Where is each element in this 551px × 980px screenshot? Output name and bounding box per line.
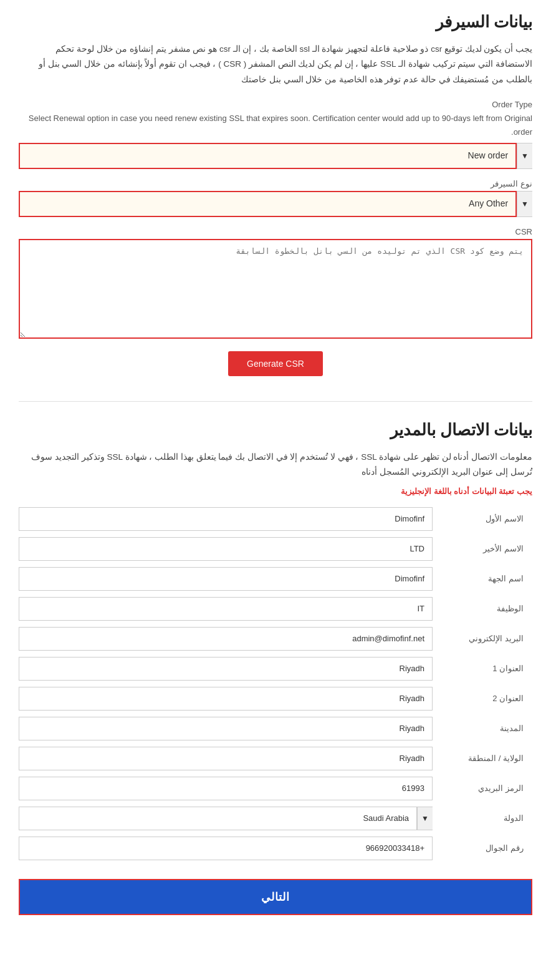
server-section-description: يجب أن يكون لديك توقيع csr ذو صلاحية فاع… bbox=[19, 42, 532, 87]
form-field-input[interactable] bbox=[19, 507, 433, 531]
form-field-label: الوظيفة bbox=[433, 604, 532, 613]
form-field-input[interactable] bbox=[19, 687, 433, 711]
form-row: البريد الإلكتروني bbox=[19, 627, 532, 651]
order-type-label: Order Type bbox=[19, 100, 532, 109]
form-row: الوظيفة bbox=[19, 597, 532, 621]
country-arrow-icon[interactable]: ▼ bbox=[417, 807, 433, 830]
form-row: اسم الجهة bbox=[19, 567, 532, 591]
form-row: الرمز البريدي bbox=[19, 777, 532, 800]
contact-section-description: معلومات الاتصال أدناه لن تظهر على شهادة … bbox=[19, 450, 532, 480]
order-type-arrow-icon[interactable]: ▼ bbox=[517, 143, 532, 169]
country-select[interactable]: Saudi Arabia bbox=[19, 807, 417, 830]
generate-btn-wrapper: Generate CSR bbox=[19, 351, 532, 376]
must-fill-notice: يجب تعبئة البيانات أدناه باللغة الإنجليز… bbox=[19, 487, 532, 496]
form-field-label: الاسم الأول bbox=[433, 514, 532, 523]
form-field-label: الرمز البريدي bbox=[433, 784, 532, 793]
form-field-label: رقم الجوال bbox=[433, 843, 532, 853]
form-row: الاسم الأول bbox=[19, 507, 532, 531]
form-row: الدولة▼Saudi Arabia bbox=[19, 807, 532, 830]
server-type-label: نوع السيرفر bbox=[19, 179, 532, 188]
csr-label: CSR bbox=[19, 227, 532, 236]
section-divider bbox=[19, 401, 532, 402]
form-row: المدينة bbox=[19, 717, 532, 740]
form-field-label: العنوان 1 bbox=[433, 664, 532, 673]
server-type-arrow-icon[interactable]: ▼ bbox=[517, 191, 532, 217]
form-field-input[interactable] bbox=[19, 657, 433, 681]
form-field-input[interactable] bbox=[19, 747, 433, 770]
form-field-label: الولاية / المنطقة bbox=[433, 754, 532, 763]
form-row: العنوان 1 bbox=[19, 657, 532, 681]
form-row: الاسم الأخير bbox=[19, 537, 532, 561]
contact-section-title: بيانات الاتصال بالمدير bbox=[19, 420, 532, 440]
form-row: العنوان 2 bbox=[19, 687, 532, 711]
renewal-note: Select Renewal option in case you need r… bbox=[19, 112, 532, 139]
form-field-input[interactable] bbox=[19, 717, 433, 740]
csr-section: CSR bbox=[19, 227, 532, 339]
country-select-wrapper: ▼Saudi Arabia bbox=[19, 807, 433, 830]
form-field-label: المدينة bbox=[433, 724, 532, 733]
order-type-row: ▼ New order bbox=[19, 143, 532, 169]
form-field-label: العنوان 2 bbox=[433, 694, 532, 703]
order-type-dropdown[interactable]: New order bbox=[19, 143, 517, 169]
form-field-label: الاسم الأخير bbox=[433, 544, 532, 553]
form-field-input[interactable] bbox=[19, 777, 433, 800]
generate-csr-button[interactable]: Generate CSR bbox=[228, 351, 323, 376]
server-type-row: ▼ Any Other bbox=[19, 191, 532, 217]
server-type-dropdown[interactable]: Any Other bbox=[19, 191, 517, 217]
form-field-input[interactable] bbox=[19, 837, 433, 860]
next-btn-wrapper: التالي bbox=[19, 879, 532, 915]
form-field-label: الدولة bbox=[433, 813, 532, 823]
csr-textarea[interactable] bbox=[19, 239, 532, 339]
form-field-input[interactable] bbox=[19, 627, 433, 651]
next-button[interactable]: التالي bbox=[19, 879, 532, 915]
contact-form: الاسم الأولالاسم الأخيراسم الجهةالوظيفةا… bbox=[19, 507, 532, 860]
form-field-label: البريد الإلكتروني bbox=[433, 634, 532, 643]
form-field-input[interactable] bbox=[19, 537, 433, 561]
form-row: رقم الجوال bbox=[19, 837, 532, 860]
form-field-input[interactable] bbox=[19, 567, 433, 591]
form-row: الولاية / المنطقة bbox=[19, 747, 532, 770]
form-field-input[interactable] bbox=[19, 597, 433, 621]
server-section-title: بيانات السيرفر bbox=[19, 12, 532, 32]
form-field-label: اسم الجهة bbox=[433, 574, 532, 583]
contact-section: بيانات الاتصال بالمدير معلومات الاتصال أ… bbox=[19, 420, 532, 915]
